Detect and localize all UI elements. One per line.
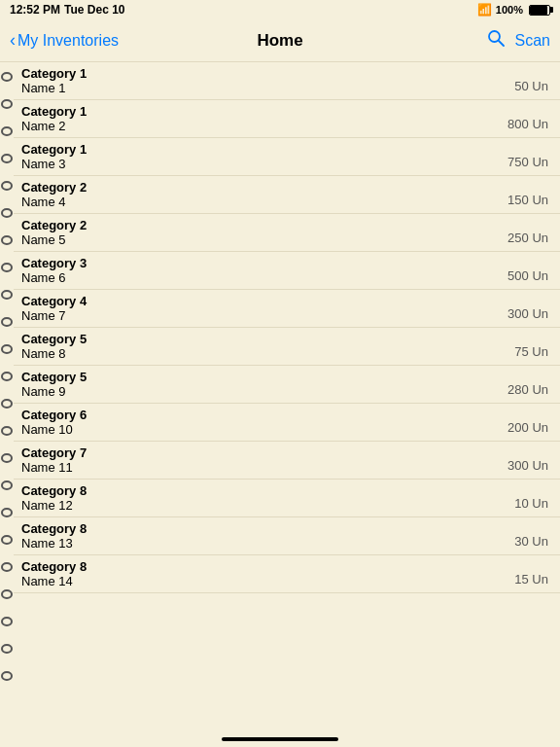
list-item[interactable]: Category 1 Name 3 750 Un: [14, 138, 560, 176]
item-quantity: 800 Un: [508, 117, 548, 133]
battery-percent: 100%: [496, 4, 523, 16]
battery-icon: [529, 5, 550, 16]
item-category: Category 8: [21, 521, 87, 536]
item-category: Category 2: [21, 180, 87, 195]
item-name: Name 11: [21, 460, 87, 475]
list-item[interactable]: Category 7 Name 11 300 Un: [14, 442, 560, 480]
item-info: Category 2 Name 5: [21, 218, 87, 247]
list-item[interactable]: Category 8 Name 12 10 Un: [14, 480, 560, 517]
item-category: Category 1: [21, 142, 87, 157]
item-info: Category 1 Name 3: [21, 142, 87, 171]
item-name: Name 14: [21, 574, 87, 588]
status-left: 12:52 PM Tue Dec 10: [10, 3, 125, 17]
item-quantity: 500 Un: [508, 268, 548, 285]
item-quantity: 15 Un: [514, 572, 548, 588]
item-category: Category 5: [21, 332, 87, 346]
list-item[interactable]: Category 1 Name 2 800 Un: [14, 100, 560, 138]
notebook-ring: [1, 290, 13, 300]
item-quantity: 150 Un: [508, 193, 548, 209]
item-name: Name 4: [21, 195, 87, 209]
notebook-ring: [1, 344, 13, 354]
item-name: Name 12: [21, 498, 87, 513]
notebook-ring: [1, 208, 13, 218]
item-name: Name 6: [21, 270, 87, 285]
list-item[interactable]: Category 8 Name 14 15 Un: [14, 555, 560, 593]
list-item[interactable]: Category 8 Name 13 30 Un: [14, 517, 560, 555]
item-category: Category 3: [21, 256, 87, 270]
list-item[interactable]: Category 5 Name 8 75 Un: [14, 328, 560, 366]
status-right: 📶 100%: [477, 3, 550, 17]
item-name: Name 10: [21, 422, 87, 437]
nav-bar: ‹ My Inventories Home Scan: [0, 19, 560, 62]
item-category: Category 8: [21, 559, 87, 574]
svg-line-1: [499, 41, 504, 46]
item-quantity: 250 Un: [508, 231, 548, 247]
item-quantity: 200 Un: [508, 420, 548, 437]
item-category: Category 7: [21, 445, 87, 460]
item-info: Category 6 Name 10: [21, 408, 87, 437]
list-item[interactable]: Category 4 Name 7 300 Un: [14, 290, 560, 328]
item-category: Category 8: [21, 483, 87, 498]
item-info: Category 4 Name 7: [21, 294, 87, 323]
item-quantity: 10 Un: [514, 496, 548, 513]
item-info: Category 2 Name 4: [21, 180, 87, 209]
item-quantity: 300 Un: [508, 458, 548, 475]
item-name: Name 7: [21, 308, 87, 323]
search-icon[interactable]: [486, 28, 506, 53]
item-info: Category 1 Name 2: [21, 104, 87, 133]
item-name: Name 3: [21, 157, 87, 171]
list-item[interactable]: Category 2 Name 5 250 Un: [14, 214, 560, 252]
item-info: Category 8 Name 13: [21, 521, 87, 551]
notebook-ring: [1, 508, 13, 517]
item-category: Category 1: [21, 104, 87, 119]
notebook-ring: [1, 181, 13, 191]
notebook-ring: [1, 372, 13, 381]
status-date: Tue Dec 10: [64, 3, 124, 17]
back-label: My Inventories: [18, 32, 119, 50]
item-quantity: 750 Un: [508, 155, 548, 171]
notebook-ring: [1, 99, 13, 109]
notebook-ring: [1, 644, 13, 654]
status-time: 12:52 PM: [10, 3, 60, 17]
notebook-ring: [1, 480, 13, 490]
back-button[interactable]: ‹ My Inventories: [10, 30, 119, 51]
item-quantity: 300 Un: [508, 306, 548, 323]
notebook-ring: [1, 453, 13, 463]
notebook-ring: [1, 263, 13, 272]
home-indicator: [222, 737, 338, 741]
item-info: Category 7 Name 11: [21, 445, 87, 475]
notebook-ring: [1, 72, 13, 82]
notebook-ring: [1, 399, 13, 409]
item-category: Category 5: [21, 370, 87, 384]
item-category: Category 4: [21, 294, 87, 308]
list-item[interactable]: Category 1 Name 1 50 Un: [14, 62, 560, 100]
notebook-ring: [1, 535, 13, 545]
item-quantity: 30 Un: [514, 534, 548, 551]
notebook-ring: [1, 617, 13, 626]
item-name: Name 5: [21, 232, 87, 247]
list-item[interactable]: Category 3 Name 6 500 Un: [14, 252, 560, 290]
item-info: Category 1 Name 1: [21, 66, 87, 95]
notebook-ring: [1, 671, 13, 681]
notebook-ring: [1, 126, 13, 136]
notebook-ring: [1, 562, 13, 572]
notebook-ring: [1, 426, 13, 436]
item-quantity: 75 Un: [514, 344, 548, 361]
item-category: Category 1: [21, 66, 87, 81]
item-name: Name 13: [21, 536, 87, 551]
status-bar: 12:52 PM Tue Dec 10 📶 100%: [0, 0, 560, 19]
scan-button[interactable]: Scan: [515, 32, 550, 50]
notebook-rings: [0, 62, 14, 747]
list-item[interactable]: Category 5 Name 9 280 Un: [14, 366, 560, 404]
item-info: Category 8 Name 12: [21, 483, 87, 513]
notebook-ring: [1, 154, 13, 163]
list-item[interactable]: Category 6 Name 10 200 Un: [14, 404, 560, 442]
nav-right-actions: Scan: [486, 28, 550, 53]
svg-point-0: [489, 31, 500, 42]
item-info: Category 8 Name 14: [21, 559, 87, 588]
notebook-ring: [1, 235, 13, 245]
page-title: Home: [257, 31, 302, 51]
item-info: Category 5 Name 9: [21, 370, 87, 399]
list-item[interactable]: Category 2 Name 4 150 Un: [14, 176, 560, 214]
item-quantity: 50 Un: [514, 79, 548, 95]
